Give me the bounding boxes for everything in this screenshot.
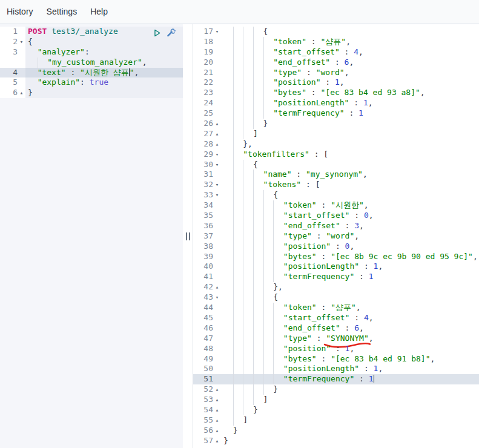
fold-down-icon[interactable]: ▾ — [18, 37, 25, 47]
code-line[interactable]: 55▴] — [193, 415, 479, 426]
code-line[interactable]: 43▾{ — [193, 292, 479, 303]
code-line[interactable]: 30▾{ — [193, 160, 479, 170]
code-line[interactable]: 31"name" : "my_synonym", — [193, 170, 479, 180]
fold-up-icon[interactable]: ▴ — [213, 282, 221, 292]
code-line[interactable]: 23"bytes" : "[ec 83 b4 ed 93 a8]", — [193, 88, 479, 98]
code-line[interactable]: 50"positionLength" : 1, — [193, 364, 479, 374]
fold-up-icon[interactable]: ▴ — [213, 395, 221, 405]
menu-item-settings[interactable]: Settings — [40, 0, 84, 24]
fold-up-icon[interactable]: ▴ — [213, 415, 221, 426]
code-line[interactable]: 6▴} — [0, 88, 183, 98]
code-line[interactable]: 47"type" : "SYNONYM", — [193, 334, 479, 344]
code-line[interactable]: 53▴] — [193, 395, 479, 405]
indent-space — [28, 47, 38, 58]
code-line[interactable]: 27▴] — [193, 129, 479, 139]
token-p: , — [142, 58, 147, 67]
code-text: "bytes" : "[ec 8b 9c ec 9b 90 ed 95 9c]"… — [221, 252, 479, 262]
token-p: { — [273, 292, 278, 301]
code-line[interactable]: 41"termFrequency" : 1 — [193, 272, 479, 282]
fold-down-icon[interactable]: ▾ — [213, 27, 221, 37]
gutter-cell: 28▴ — [193, 139, 221, 150]
code-line[interactable]: 49"bytes" : "[ec 83 b4 ed 91 b8]", — [193, 354, 479, 364]
fold-up-icon[interactable]: ▴ — [18, 88, 25, 98]
fold-up-icon[interactable]: ▴ — [213, 426, 221, 436]
code-line[interactable]: 19"start_offset" : 4, — [193, 47, 479, 58]
code-line[interactable]: 54▴} — [193, 405, 479, 415]
code-text: "type" : "SYNONYM", — [221, 334, 479, 344]
code-line[interactable]: 56▴} — [193, 426, 479, 436]
token-p: , — [473, 252, 478, 261]
menu-item-history[interactable]: History — [7, 0, 40, 24]
request-editor[interactable]: 1POST test3/_analyze2▾{3"analyzer":"my_c… — [0, 24, 183, 448]
indent-guide — [233, 231, 243, 242]
code-text: "end_offset" : 6, — [221, 323, 479, 334]
code-line[interactable]: 2▾{ — [0, 37, 183, 47]
code-line[interactable]: 57▴} — [193, 436, 479, 446]
code-line[interactable]: 39"bytes" : "[ec 8b 9c ec 9b 90 ed 95 9c… — [193, 252, 479, 262]
code-line[interactable]: 52▴} — [193, 384, 479, 395]
fold-down-icon[interactable]: ▾ — [213, 160, 221, 170]
code-line[interactable]: 20"end_offset" : 6, — [193, 58, 479, 68]
code-line[interactable]: 35"start_offset" : 0, — [193, 211, 479, 221]
fold-up-icon[interactable]: ▴ — [213, 129, 221, 139]
code-line[interactable]: 37"type" : "word", — [193, 231, 479, 242]
code-line[interactable]: 44"token" : "샴푸", — [193, 303, 479, 313]
code-line[interactable]: 4"text" : "시원한 샴퓨", — [0, 68, 183, 78]
code-line[interactable]: "my_custom_analyzer", — [0, 58, 183, 68]
fold-up-icon[interactable]: ▴ — [213, 405, 221, 415]
code-line[interactable]: 5"explain": true — [0, 77, 183, 88]
indent-guide — [273, 364, 283, 374]
code-line[interactable]: 22"position" : 1, — [193, 77, 479, 88]
fold-up-icon[interactable]: ▴ — [213, 436, 221, 446]
indent-guide — [253, 354, 263, 364]
code-line[interactable]: 36"end_offset" : 3, — [193, 221, 479, 231]
indent-guide — [233, 119, 243, 129]
code-line[interactable]: 42▴}, — [193, 282, 479, 292]
code-line[interactable]: 18"token" : "샴퓨", — [193, 37, 479, 47]
panel-resize-divider[interactable] — [183, 24, 193, 448]
drag-handle-icon[interactable] — [185, 232, 191, 240]
code-line[interactable]: 40"positionLength" : 1, — [193, 262, 479, 272]
code-line[interactable]: 38"position" : 0, — [193, 242, 479, 252]
indent-guide — [243, 364, 253, 374]
gutter-cell: 45 — [193, 313, 221, 323]
code-line[interactable]: 3"analyzer": — [0, 47, 183, 58]
indent-guide — [253, 252, 263, 262]
fold-up-icon[interactable]: ▴ — [213, 139, 221, 150]
code-line[interactable]: 24"positionLength" : 1, — [193, 98, 479, 108]
code-line[interactable]: 32▾"tokens" : [ — [193, 180, 479, 190]
code-line[interactable]: 34"token" : "시원한", — [193, 200, 479, 211]
indent-guide — [243, 334, 253, 344]
line-number: 24 — [203, 98, 213, 108]
code-line[interactable]: 48"position" : 1, — [193, 344, 479, 354]
menu-item-help[interactable]: Help — [84, 0, 114, 24]
line-number: 39 — [203, 252, 213, 262]
code-line[interactable]: 21"type" : "word", — [193, 68, 479, 78]
fold-up-icon[interactable]: ▴ — [213, 119, 221, 129]
indent-guide — [243, 129, 253, 139]
fold-down-icon[interactable]: ▾ — [213, 190, 221, 200]
code-line[interactable]: 29▾"tokenfilters" : [ — [193, 150, 479, 160]
token-p: , — [345, 68, 349, 77]
fold-down-icon[interactable]: ▾ — [213, 180, 221, 190]
code-line[interactable]: 17▾{ — [193, 27, 479, 37]
token-k: "position" — [273, 77, 320, 87]
indent-guide — [253, 262, 263, 272]
code-line[interactable]: 46"end_offset" : 6, — [193, 323, 479, 334]
code-line[interactable]: 26▴} — [193, 119, 479, 129]
line-number: 42 — [203, 282, 213, 292]
token-p: , — [369, 211, 374, 220]
code-line[interactable]: 45"start_offset" : 4, — [193, 313, 479, 323]
response-editor[interactable]: 17▾{18"token" : "샴퓨",19"start_offset" : … — [193, 24, 479, 448]
code-text: } — [221, 426, 479, 436]
play-icon[interactable] — [152, 28, 162, 38]
fold-up-icon[interactable]: ▴ — [213, 384, 221, 395]
fold-down-icon[interactable]: ▾ — [213, 292, 221, 303]
code-line[interactable]: 28▴}, — [193, 139, 479, 150]
code-line[interactable]: 25"termFrequency" : 1 — [193, 108, 479, 119]
fold-down-icon[interactable]: ▾ — [213, 150, 221, 160]
gutter-cell: 33▾ — [193, 190, 221, 200]
code-line[interactable]: 33▾{ — [193, 190, 479, 200]
wrench-icon[interactable] — [166, 28, 176, 38]
code-line[interactable]: 51"termFrequency" : 1 — [193, 374, 479, 384]
